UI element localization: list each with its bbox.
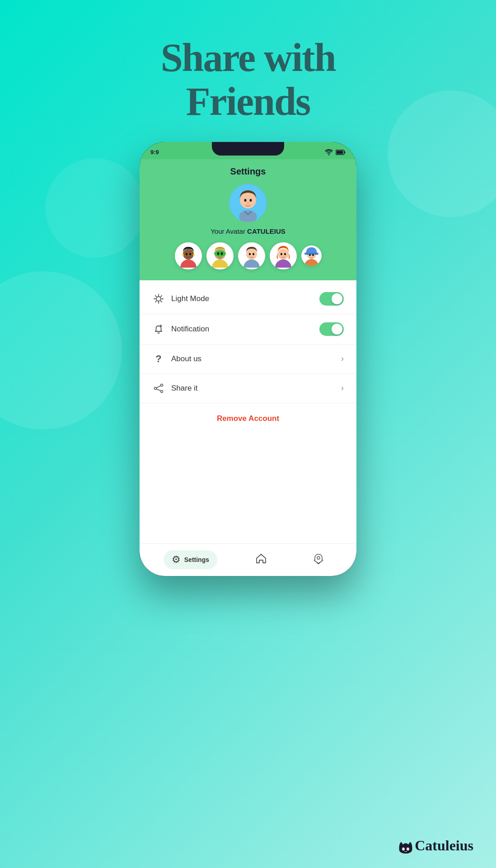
svg-point-24 <box>253 253 254 255</box>
avatar-selection-row <box>175 242 322 269</box>
nav-home[interactable] <box>247 549 275 571</box>
svg-line-48 <box>156 386 161 388</box>
svg-point-11 <box>186 253 187 255</box>
svg-line-49 <box>156 389 161 391</box>
share-it-label: Share it <box>171 384 335 393</box>
svg-point-13 <box>182 254 184 256</box>
settings-title: Settings <box>230 166 266 177</box>
settings-nav-label: Settings <box>184 556 209 563</box>
svg-point-52 <box>407 848 409 851</box>
bottom-nav: ⚙ Settings <box>140 543 356 576</box>
svg-point-34 <box>156 297 161 301</box>
notification-icon <box>152 323 165 335</box>
about-us-chevron: › <box>341 354 344 363</box>
svg-point-29 <box>304 259 318 266</box>
svg-line-41 <box>155 301 156 302</box>
svg-line-40 <box>161 301 162 302</box>
avatar-option-5[interactable] <box>301 245 322 266</box>
svg-rect-1 <box>345 151 346 153</box>
svg-point-8 <box>247 202 249 204</box>
avatar-option-4[interactable] <box>270 242 297 269</box>
about-us-label: About us <box>171 354 335 363</box>
avatar-name: Your Avatar CATULEIUS <box>211 227 285 235</box>
main-avatar[interactable] <box>229 184 267 222</box>
light-mode-icon <box>152 292 165 305</box>
share-it-row[interactable]: Share it › <box>140 374 356 403</box>
svg-point-27 <box>281 253 282 255</box>
svg-point-12 <box>189 253 191 255</box>
light-mode-toggle[interactable] <box>319 292 344 306</box>
svg-point-23 <box>249 253 251 255</box>
svg-line-39 <box>155 295 156 296</box>
svg-point-14 <box>193 254 195 256</box>
light-mode-label: Light Mode <box>171 294 313 303</box>
page-tagline: Share with Friends <box>161 36 336 124</box>
svg-point-51 <box>402 848 405 851</box>
settings-nav-icon: ⚙ <box>172 554 181 566</box>
svg-point-7 <box>250 199 252 202</box>
svg-point-20 <box>220 252 223 255</box>
avatar-option-2[interactable] <box>206 242 234 269</box>
svg-point-50 <box>317 557 320 559</box>
nav-rocket[interactable] <box>304 549 332 570</box>
svg-line-42 <box>161 295 162 296</box>
phone-frame: 9:9 Settings <box>140 142 356 576</box>
svg-point-45 <box>161 384 163 386</box>
avatar-option-1[interactable] <box>175 242 202 269</box>
home-nav-icon <box>255 552 267 567</box>
avatar-option-3[interactable] <box>238 242 265 269</box>
notification-row[interactable]: Notification <box>140 314 356 344</box>
nav-settings[interactable]: ⚙ Settings <box>164 550 217 569</box>
svg-point-47 <box>154 387 157 389</box>
svg-point-21 <box>243 259 260 268</box>
about-us-row[interactable]: ? About us › <box>140 344 356 374</box>
svg-point-46 <box>161 390 163 392</box>
branding-text: Catuleius <box>398 837 473 854</box>
settings-content: Light Mode Notification <box>140 280 356 543</box>
about-us-icon: ? <box>152 353 165 365</box>
svg-point-25 <box>275 259 291 268</box>
svg-point-22 <box>246 249 257 259</box>
wifi-icon <box>325 149 333 156</box>
svg-point-26 <box>278 249 289 259</box>
status-time: 9:9 <box>150 149 159 156</box>
status-icons <box>325 149 346 156</box>
svg-point-9 <box>180 259 197 268</box>
rocket-nav-icon <box>313 553 324 566</box>
svg-point-33 <box>312 254 314 256</box>
share-it-chevron: › <box>341 383 344 393</box>
svg-point-28 <box>284 253 286 255</box>
share-icon <box>152 382 165 395</box>
svg-rect-2 <box>337 151 343 154</box>
battery-icon <box>336 150 346 155</box>
phone-notch <box>212 142 284 156</box>
notification-toggle[interactable] <box>319 322 344 336</box>
light-mode-row[interactable]: Light Mode <box>140 284 356 314</box>
svg-rect-31 <box>304 253 318 255</box>
notification-label: Notification <box>171 325 313 334</box>
remove-account-button[interactable]: Remove Account <box>140 403 356 434</box>
svg-point-10 <box>183 249 194 259</box>
svg-point-15 <box>212 259 228 268</box>
phone-screen: 9:9 Settings <box>140 142 356 576</box>
svg-point-6 <box>244 199 247 202</box>
screen-header: Settings <box>140 159 356 280</box>
svg-point-32 <box>309 254 310 256</box>
svg-point-19 <box>217 252 219 255</box>
